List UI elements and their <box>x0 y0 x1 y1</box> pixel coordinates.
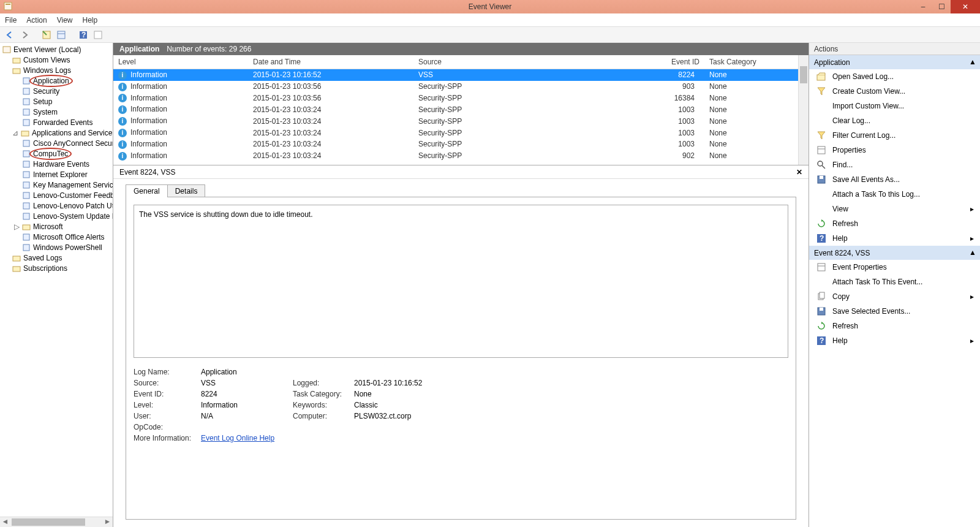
action-item[interactable]: ?Help▸ <box>809 231 980 246</box>
action-icon <box>816 277 826 287</box>
event-message: The VSS service is shutting down due to … <box>134 205 788 358</box>
tree-subscriptions[interactable]: Subscriptions <box>2 263 113 273</box>
back-button[interactable] <box>4 29 16 41</box>
col-level[interactable]: Level <box>113 55 248 69</box>
action-item[interactable]: Attach a Task To this Log... <box>809 187 980 202</box>
tab-general[interactable]: General <box>126 184 168 197</box>
tree-h-scrollbar[interactable]: ◄ ► <box>0 517 113 527</box>
tree-saved-logs[interactable]: Saved Logs <box>2 252 113 263</box>
action-item[interactable]: Clear Log... <box>809 113 980 128</box>
expander-icon[interactable]: ⊿ <box>12 129 18 137</box>
close-button[interactable]: ✕ <box>951 0 980 13</box>
event-properties: Log Name:Application Source:VSS Logged:2… <box>134 368 788 442</box>
action-icon: ? <box>816 233 826 243</box>
info-icon: i <box>118 94 127 102</box>
tree-wl-system[interactable]: System <box>2 107 113 117</box>
center-pane: Application Number of events: 29 266 Lev… <box>113 43 809 527</box>
expander-icon[interactable]: ▷ <box>13 222 20 231</box>
tree-al-kms[interactable]: Key Management Service <box>2 180 113 190</box>
action-item[interactable]: Copy▸ <box>809 289 980 304</box>
event-row[interactable]: iInformation2015-01-23 10:03:24Security-… <box>113 150 809 162</box>
action-item[interactable]: View▸ <box>809 202 980 216</box>
minimize-button[interactable]: – <box>914 0 932 13</box>
actions-group-event[interactable]: Event 8224, VSS ▲ <box>809 246 980 260</box>
submenu-arrow-icon: ▸ <box>970 292 974 301</box>
event-row[interactable]: iInformation2015-01-23 10:03:24Security-… <box>113 115 809 127</box>
tree-root[interactable]: Event Viewer (Local) <box>2 44 113 55</box>
event-row[interactable]: iInformation2015-01-23 10:03:24Security-… <box>113 127 809 138</box>
action-item[interactable]: Properties <box>809 143 980 157</box>
event-row[interactable]: iInformation2015-01-23 10:16:52VSS8224No… <box>113 69 809 81</box>
tree-al-microsoft[interactable]: ▷Microsoft <box>2 221 113 232</box>
event-row[interactable]: iInformation2015-01-23 10:03:24Security-… <box>113 138 809 150</box>
online-help-link[interactable]: Event Log Online Help <box>201 434 287 442</box>
tree-wl-security[interactable]: Security <box>2 86 113 96</box>
svg-rect-36 <box>820 176 823 179</box>
event-row[interactable]: iInformation2015-01-23 10:03:24Security-… <box>113 104 809 115</box>
submenu-arrow-icon: ▸ <box>970 205 974 213</box>
svg-rect-3 <box>58 31 65 39</box>
log-icon <box>22 243 31 252</box>
action-item[interactable]: ?Help▸ <box>809 333 980 348</box>
action-item[interactable]: Filter Current Log... <box>809 128 980 143</box>
app-icon <box>0 2 12 12</box>
action-item[interactable]: Event Properties <box>809 260 980 275</box>
menu-action[interactable]: Action <box>26 16 47 25</box>
tree-windows-logs[interactable]: Windows Logs <box>2 65 113 75</box>
action-item[interactable]: Find... <box>809 157 980 172</box>
tree-al-computec[interactable]: CompuTec <box>2 148 113 159</box>
tree-wl-setup[interactable]: Setup <box>2 96 113 107</box>
menu-help[interactable]: Help <box>83 16 98 25</box>
action-item[interactable]: Save Selected Events... <box>809 304 980 319</box>
action-item[interactable]: Import Custom View... <box>809 99 980 113</box>
collapse-icon[interactable]: ▲ <box>969 58 976 66</box>
navigation-tree[interactable]: Event Viewer (Local) Custom Views Window… <box>0 43 113 527</box>
log-icon <box>22 97 31 106</box>
svg-rect-16 <box>21 131 29 136</box>
actions-group-application[interactable]: Application ▲ <box>809 55 980 69</box>
grid-header-row[interactable]: Level Date and Time Source Event ID Task… <box>113 55 809 69</box>
col-eventid[interactable]: Event ID <box>655 55 704 69</box>
event-row[interactable]: iInformation2015-01-23 10:03:56Security-… <box>113 93 809 104</box>
col-source[interactable]: Source <box>413 55 655 69</box>
col-date[interactable]: Date and Time <box>248 55 413 69</box>
tree-al-cisco[interactable]: Cisco AnyConnect Secure M <box>2 138 113 148</box>
tree-wl-application[interactable]: Application <box>2 75 113 86</box>
col-task[interactable]: Task Category <box>704 55 809 69</box>
show-tree-button[interactable] <box>40 29 53 41</box>
maximize-button[interactable]: ☐ <box>932 0 951 13</box>
menu-file[interactable]: File <box>5 16 17 25</box>
tree-apps-logs[interactable]: ⊿ Applications and Services Logs <box>2 127 113 138</box>
menu-view[interactable]: View <box>57 16 73 25</box>
action-item[interactable]: Create Custom View... <box>809 84 980 99</box>
tree-al-lenovo-patch[interactable]: Lenovo-Lenovo Patch Utilit <box>2 200 113 211</box>
tree-al-hardware[interactable]: Hardware Events <box>2 159 113 169</box>
tree-custom-views[interactable]: Custom Views <box>2 55 113 65</box>
action-item[interactable]: Refresh <box>809 319 980 333</box>
tree-al-powershell[interactable]: Windows PowerShell <box>2 242 113 252</box>
grid-v-scrollbar[interactable] <box>798 55 809 165</box>
tree-al-lenovo-su[interactable]: Lenovo-System Update Pat <box>2 211 113 221</box>
log-icon <box>22 139 31 148</box>
tab-details[interactable]: Details <box>167 184 206 197</box>
tree-wl-forwarded[interactable]: Forwarded Events <box>2 117 113 127</box>
help-button[interactable]: ? <box>77 29 89 41</box>
action-item[interactable]: Attach Task To This Event... <box>809 275 980 289</box>
forward-button[interactable] <box>18 29 31 41</box>
tree-al-lenovo-cf[interactable]: Lenovo-Customer Feedback <box>2 190 113 200</box>
tree-al-ie[interactable]: Internet Explorer <box>2 169 113 180</box>
event-grid[interactable]: Level Date and Time Source Event ID Task… <box>113 55 809 165</box>
action-item[interactable]: Open Saved Log... <box>809 69 980 84</box>
action-item[interactable]: Save All Events As... <box>809 172 980 187</box>
svg-rect-25 <box>23 225 30 230</box>
detail-close-button[interactable]: ✕ <box>796 168 802 176</box>
action-icon <box>816 101 826 111</box>
properties-button[interactable] <box>55 29 67 41</box>
toolbar-overflow[interactable] <box>92 29 104 41</box>
event-row[interactable]: iInformation2015-01-23 10:03:56Security-… <box>113 81 809 93</box>
collapse-icon[interactable]: ▲ <box>969 248 976 257</box>
svg-rect-15 <box>23 119 29 126</box>
svg-rect-13 <box>23 99 29 105</box>
tree-al-office[interactable]: Microsoft Office Alerts <box>2 232 113 242</box>
action-item[interactable]: Refresh <box>809 216 980 231</box>
